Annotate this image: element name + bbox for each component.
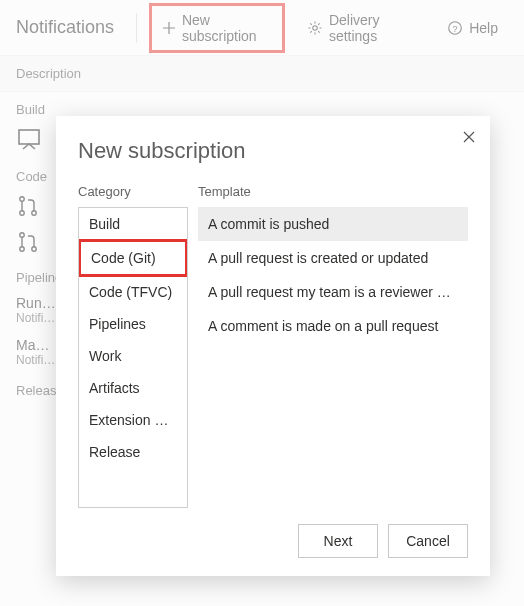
template-item-commit-pushed[interactable]: A commit is pushed: [198, 207, 468, 241]
category-item-extension[interactable]: Extension management: [79, 404, 187, 436]
new-subscription-dialog: New subscription Category Template Build…: [56, 116, 490, 576]
template-list[interactable]: A commit is pushed A pull request is cre…: [198, 207, 468, 508]
dialog-close-button[interactable]: [462, 130, 476, 147]
cancel-button[interactable]: Cancel: [388, 524, 468, 558]
category-list[interactable]: Build Code (Git) Code (TFVC) Pipelines W…: [78, 207, 188, 508]
category-item-code-git[interactable]: Code (Git): [78, 239, 188, 277]
template-item-pr-comment[interactable]: A comment is made on a pull request: [198, 309, 468, 343]
template-item-pr-team-reviewer[interactable]: A pull request my team is a reviewer on …: [198, 275, 468, 309]
category-item-pipelines[interactable]: Pipelines: [79, 308, 187, 340]
header-template: Template: [198, 184, 468, 199]
category-item-artifacts[interactable]: Artifacts: [79, 372, 187, 404]
dialog-title: New subscription: [78, 138, 468, 164]
dialog-buttons: Next Cancel: [78, 524, 468, 558]
template-item-pr-created[interactable]: A pull request is created or updated: [198, 241, 468, 275]
close-icon: [462, 130, 476, 144]
category-item-build[interactable]: Build: [79, 208, 187, 240]
lists-row: Build Code (Git) Code (TFVC) Pipelines W…: [78, 207, 468, 508]
next-button[interactable]: Next: [298, 524, 378, 558]
category-item-code-tfvc[interactable]: Code (TFVC): [79, 276, 187, 308]
template-list-wrap: A commit is pushed A pull request is cre…: [198, 207, 468, 508]
category-item-release[interactable]: Release: [79, 436, 187, 468]
dialog-column-headers: Category Template: [78, 184, 468, 199]
category-item-work[interactable]: Work: [79, 340, 187, 372]
header-category: Category: [78, 184, 188, 199]
